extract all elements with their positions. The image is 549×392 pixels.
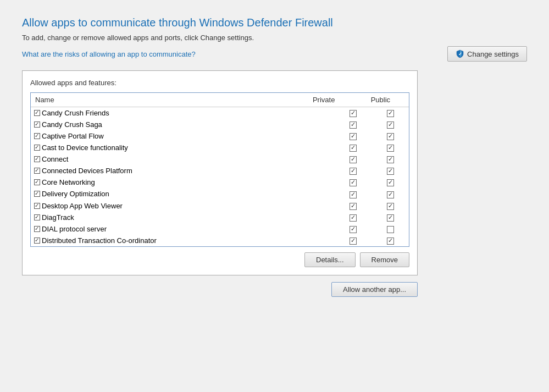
change-settings-label: Change settings xyxy=(467,50,519,58)
app-name: Candy Crush Friends xyxy=(42,109,109,117)
app-private-checkbox[interactable] xyxy=(335,130,372,142)
table-row[interactable]: Captive Portal Flow xyxy=(31,130,409,142)
app-name: Candy Crush Saga xyxy=(42,120,102,129)
app-public-checkbox[interactable] xyxy=(371,200,409,212)
app-checkbox[interactable] xyxy=(34,214,40,220)
app-private-checkbox[interactable] xyxy=(335,188,372,200)
app-private-checkbox[interactable] xyxy=(335,212,372,223)
app-private-checkbox[interactable] xyxy=(335,142,372,153)
table-row[interactable]: DiagTrack xyxy=(31,212,409,223)
table-row[interactable]: Core Networking xyxy=(31,176,409,188)
header-row: What are the risks of allowing an app to… xyxy=(22,46,527,62)
app-private-checkbox[interactable] xyxy=(335,153,372,165)
app-name-cell: Distributed Transaction Co-ordinator xyxy=(31,235,335,246)
change-settings-button[interactable]: ✓ Change settings xyxy=(447,46,527,62)
app-public-checkbox[interactable] xyxy=(371,223,409,235)
app-name-cell: Core Networking xyxy=(31,176,335,188)
app-checkbox[interactable] xyxy=(34,122,40,128)
table-row[interactable]: Candy Crush Saga xyxy=(31,119,409,130)
col-private-header: Private xyxy=(296,93,352,107)
app-public-checkbox[interactable] xyxy=(371,188,409,200)
app-private-checkbox[interactable] xyxy=(335,200,372,212)
app-name-cell: Candy Crush Saga xyxy=(31,119,335,130)
app-public-checkbox[interactable] xyxy=(371,107,409,119)
table-row[interactable]: Cast to Device functionality xyxy=(31,142,409,153)
app-private-checkbox[interactable] xyxy=(335,235,372,246)
app-private-checkbox[interactable] xyxy=(335,223,372,235)
app-private-checkbox[interactable] xyxy=(335,107,372,119)
app-name: Captive Portal Flow xyxy=(42,132,104,140)
app-name: Core Networking xyxy=(42,178,95,186)
app-name: Distributed Transaction Co-ordinator xyxy=(42,236,157,245)
app-name-cell: Connect xyxy=(31,153,335,165)
col-public-header: Public xyxy=(352,93,409,107)
col-name-header: Name xyxy=(31,93,296,107)
table-row[interactable]: Distributed Transaction Co-ordinator xyxy=(31,235,409,246)
details-button[interactable]: Details... xyxy=(304,252,356,267)
table-row[interactable]: Connected Devices Platform xyxy=(31,165,409,176)
app-checkbox[interactable] xyxy=(34,145,40,151)
app-checkbox[interactable] xyxy=(34,156,40,162)
app-checkbox[interactable] xyxy=(34,168,40,174)
table-buttons-row: Details... Remove xyxy=(30,252,409,267)
page-title: Allow apps to communicate through Window… xyxy=(22,16,527,29)
table-row[interactable]: Connect xyxy=(31,153,409,165)
app-name: Desktop App Web Viewer xyxy=(42,202,123,210)
app-name-cell: DiagTrack xyxy=(31,212,335,223)
apps-data-table: Candy Crush FriendsCandy Crush SagaCapti… xyxy=(31,107,409,246)
app-public-checkbox[interactable] xyxy=(371,165,409,176)
app-name-cell: Captive Portal Flow xyxy=(31,130,335,142)
allow-another-button[interactable]: Allow another app... xyxy=(331,282,418,297)
app-checkbox[interactable] xyxy=(34,191,40,197)
app-checkbox[interactable] xyxy=(34,226,40,232)
app-name: Connect xyxy=(42,155,68,163)
table-row[interactable]: Delivery Optimization xyxy=(31,188,409,200)
app-name: DIAL protocol server xyxy=(42,225,107,233)
apps-tbody: Candy Crush FriendsCandy Crush SagaCapti… xyxy=(31,107,409,246)
table-row[interactable]: Desktop App Web Viewer xyxy=(31,200,409,212)
apps-table: Name Private Public xyxy=(31,93,409,107)
app-checkbox[interactable] xyxy=(34,179,40,185)
main-container: Allowed apps and features: Name Private … xyxy=(22,70,418,275)
app-name-cell: DIAL protocol server xyxy=(31,223,335,235)
app-name-cell: Candy Crush Friends xyxy=(31,107,335,119)
app-public-checkbox[interactable] xyxy=(371,153,409,165)
allow-another-row: Allow another app... xyxy=(22,282,418,297)
app-checkbox[interactable] xyxy=(34,110,40,116)
risks-link[interactable]: What are the risks of allowing an app to… xyxy=(22,50,196,58)
app-public-checkbox[interactable] xyxy=(371,119,409,130)
apps-scroll-container[interactable]: Candy Crush FriendsCandy Crush SagaCapti… xyxy=(31,107,409,246)
app-private-checkbox[interactable] xyxy=(335,119,372,130)
app-public-checkbox[interactable] xyxy=(371,212,409,223)
remove-button[interactable]: Remove xyxy=(360,252,409,267)
app-name: Cast to Device functionality xyxy=(42,143,128,152)
table-header: Name Private Public xyxy=(31,93,409,107)
app-public-checkbox[interactable] xyxy=(371,142,409,153)
app-name-cell: Delivery Optimization xyxy=(31,188,335,200)
app-private-checkbox[interactable] xyxy=(335,165,372,176)
app-name-cell: Cast to Device functionality xyxy=(31,142,335,153)
section-label: Allowed apps and features: xyxy=(30,79,409,87)
app-checkbox[interactable] xyxy=(34,133,40,139)
app-checkbox[interactable] xyxy=(34,238,40,244)
app-name: DiagTrack xyxy=(42,213,74,222)
app-name-cell: Connected Devices Platform xyxy=(31,165,335,176)
app-public-checkbox[interactable] xyxy=(371,130,409,142)
table-row[interactable]: DIAL protocol server xyxy=(31,223,409,235)
subtitle-text: To add, change or remove allowed apps an… xyxy=(22,34,527,42)
table-row[interactable]: Candy Crush Friends xyxy=(31,107,409,119)
app-name: Delivery Optimization xyxy=(42,190,109,198)
svg-text:✓: ✓ xyxy=(458,52,462,57)
app-name-cell: Desktop App Web Viewer xyxy=(31,200,335,212)
app-name: Connected Devices Platform xyxy=(42,167,132,175)
app-private-checkbox[interactable] xyxy=(335,176,372,188)
app-public-checkbox[interactable] xyxy=(371,176,409,188)
app-checkbox[interactable] xyxy=(34,203,40,209)
shield-icon: ✓ xyxy=(456,49,464,58)
app-public-checkbox[interactable] xyxy=(371,235,409,246)
apps-table-wrapper: Name Private Public Candy Crush FriendsC… xyxy=(30,92,409,247)
